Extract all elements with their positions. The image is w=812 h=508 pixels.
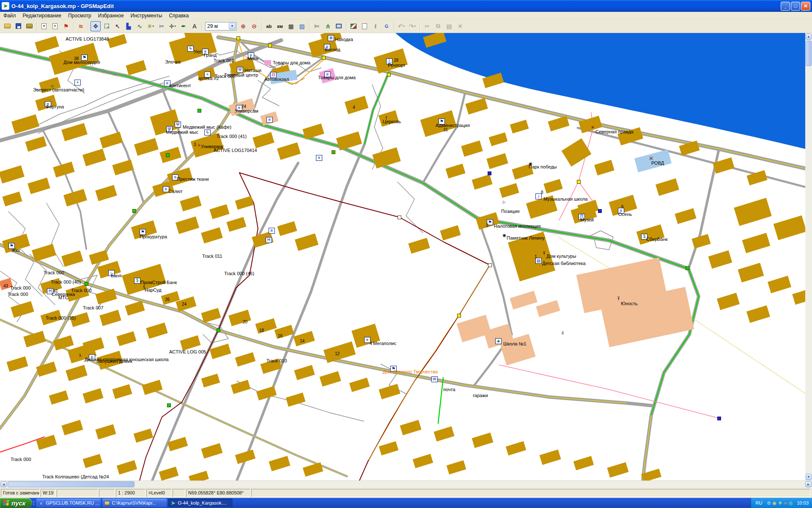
menu-2[interactable]: Просмотр (65, 12, 95, 19)
route-node-white[interactable] (488, 263, 492, 267)
language-indicator[interactable]: RU (755, 500, 762, 505)
school-tree-icon[interactable]: ♣ (495, 338, 502, 344)
route-node-yellow[interactable] (236, 36, 240, 40)
globe-icon[interactable]: ⊕ (328, 35, 334, 41)
zoom-out-button[interactable]: ⊖ (249, 21, 259, 31)
scroll-left-button[interactable]: ◄ (0, 481, 7, 487)
route-node-red-green[interactable] (332, 150, 335, 154)
update-tray-icon[interactable]: ◎ (789, 500, 793, 506)
redo-button[interactable]: ↷▾ (407, 21, 417, 31)
draw-polyline-button[interactable]: ∿ (134, 21, 145, 31)
magic-tool-button[interactable]: ✳▾ (145, 21, 156, 31)
antivirus-tray-icon[interactable]: ✚ (778, 500, 782, 506)
route-node-green[interactable] (167, 403, 171, 407)
menu-3[interactable]: Избранное (95, 12, 127, 19)
route-node-white[interactable] (398, 215, 401, 219)
toggle-hatch-button[interactable]: ▨ (297, 21, 307, 31)
route-node-yellow[interactable] (457, 314, 461, 318)
menu-4[interactable]: Инструменты (127, 12, 166, 19)
volume-tray-icon[interactable]: ◉ (772, 500, 776, 506)
scroll-up-button[interactable]: ▲ (806, 33, 812, 40)
toggle-grid-button[interactable]: ▦ (286, 21, 296, 31)
taskbar-app-0[interactable]: eGPSCLUB.TOMSK.RU ... (36, 499, 101, 507)
horizontal-scroll-thumb[interactable] (8, 481, 134, 487)
horizontal-scrollbar[interactable]: ◄ ► (0, 480, 812, 488)
new-map-button[interactable] (359, 21, 370, 31)
attachments-button[interactable]: ℓ (370, 21, 381, 31)
toggle-scale-button[interactable]: км (275, 21, 285, 31)
label-tool-button[interactable]: A (189, 21, 200, 31)
split-tool-button[interactable]: ✄ (312, 21, 322, 31)
show-levels-button[interactable]: ▙ (123, 21, 134, 31)
route-node-yellow[interactable] (577, 180, 581, 184)
route-node-green[interactable] (686, 266, 689, 270)
export-map-button[interactable] (24, 21, 34, 31)
bank-icon[interactable]: $ (134, 278, 140, 284)
paste-button[interactable]: ▤ (444, 21, 454, 31)
start-button[interactable]: пуск (0, 498, 32, 508)
people-icon[interactable]: ii (560, 330, 566, 336)
waypoint-blue[interactable] (717, 417, 721, 420)
restaurant-icon[interactable]: Ψ (237, 67, 243, 73)
combo-dropdown-icon[interactable]: ▼ (229, 23, 236, 30)
power-icon[interactable]: ϟ (204, 130, 211, 135)
join-tool-button[interactable]: ⋔ (323, 21, 333, 31)
power-icon[interactable]: ϟ (187, 46, 194, 52)
zoom-level-combo[interactable]: 29 м▼ (205, 22, 236, 30)
move-tool-dropdown-icon[interactable]: ▾ (175, 25, 176, 28)
scroll-down-button[interactable]: ▼ (806, 474, 812, 480)
zoom-in-button[interactable]: ⊕ (238, 21, 248, 31)
asterisk-icon[interactable]: ✳ (590, 124, 596, 130)
menu-1[interactable]: Редактирование (19, 12, 65, 19)
pharmacy-icon[interactable]: + (74, 80, 81, 86)
glasses-tray-icon[interactable]: ∞ (784, 500, 787, 505)
undo-dropdown-icon[interactable]: ▾ (403, 25, 405, 28)
network-tray-icon[interactable]: ⧉ (767, 500, 771, 506)
cut-button[interactable]: ✂ (422, 21, 432, 31)
google-maps-button[interactable]: G (381, 21, 392, 31)
maximize-button[interactable]: □ (791, 2, 800, 11)
waypoint-blue[interactable] (488, 171, 491, 175)
route-node-yellow[interactable] (322, 56, 326, 60)
export-image-button[interactable] (348, 21, 359, 31)
open-file-button[interactable] (2, 21, 12, 31)
map-canvas[interactable]: ϟ≡≡≡≡≡⊕≡≡≡≡≡≡≡≡≡≡ΨΨΨ++⚑⚑⚑⚑⚑⚑⚐◉◉Ж✳♪Π$$§▤Ŧ… (0, 33, 805, 480)
route-node-green[interactable] (85, 282, 88, 286)
delete-button[interactable]: ✕ (455, 21, 465, 31)
route-node-green[interactable] (217, 329, 220, 332)
route-node-green[interactable] (132, 209, 136, 213)
minimize-button[interactable]: _ (781, 2, 790, 11)
route-node-yellow[interactable] (268, 44, 272, 47)
route-node-green[interactable] (198, 109, 201, 113)
hotel-icon[interactable]: H (266, 237, 272, 243)
menu-5[interactable]: Справка (165, 12, 192, 19)
clock[interactable]: 10:03 (797, 500, 809, 505)
shop-icon[interactable]: ≡ (316, 155, 322, 161)
verify-map-button[interactable]: ≋ (76, 21, 86, 31)
pointer-tool-button[interactable]: ↖ (112, 21, 123, 31)
insert-point-button[interactable]: ✒ (178, 21, 189, 31)
undo-button[interactable]: ↶▾ (396, 21, 406, 31)
save-button[interactable] (13, 21, 23, 31)
pan-tool-button[interactable]: ✥ (91, 21, 101, 31)
scroll-right-button[interactable]: ► (805, 481, 812, 487)
taskbar-app-2[interactable]: ➤O-44_kolp_Kargasok.... (168, 499, 233, 507)
shop-icon[interactable]: ≡ (269, 228, 275, 234)
waypoint-blue[interactable] (598, 209, 602, 213)
shop-icon[interactable]: ≡ (266, 117, 273, 123)
vertical-scrollbar[interactable]: ▲ ▼ (805, 33, 812, 480)
copy-button[interactable]: ⧉ (433, 21, 443, 31)
redo-dropdown-icon[interactable]: ▾ (414, 25, 416, 28)
route-node-yellow[interactable] (387, 73, 391, 77)
sport-icon[interactable]: λ (77, 353, 83, 359)
map-properties-button[interactable]: ✦ (39, 21, 49, 31)
close-button[interactable]: ✕ (801, 2, 810, 11)
magic-tool-dropdown-icon[interactable]: ▾ (153, 25, 154, 28)
route-node-green[interactable] (166, 153, 170, 157)
menu-0[interactable]: Файл (0, 12, 19, 19)
edit-source-button[interactable]: ✳ (50, 21, 60, 31)
restaurant-icon[interactable]: Ψ (175, 121, 181, 127)
toggle-labels-button[interactable]: ab (264, 21, 274, 31)
taskbar-app-1[interactable]: C:\Карты\SVN\Карг... (102, 499, 167, 507)
post-icon[interactable]: ✉ (431, 376, 438, 382)
